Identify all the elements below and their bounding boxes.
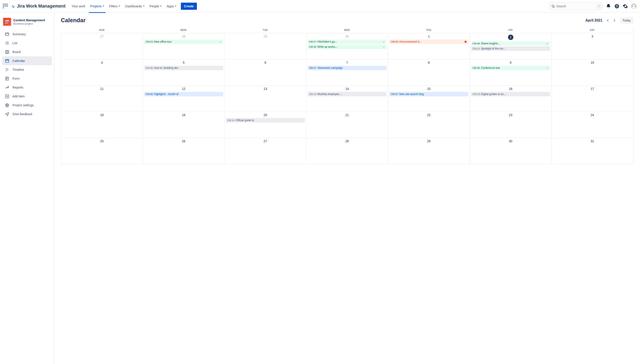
calendar-day-cell[interactable]: 27 xyxy=(225,138,306,164)
calendar-event[interactable]: CM-27#teamwork campaign xyxy=(308,66,387,70)
notifications-icon[interactable] xyxy=(606,4,611,9)
calendar-day-cell[interactable]: 29 xyxy=(225,33,306,60)
calendar-day-cell[interactable]: 6 xyxy=(225,60,306,86)
nav-link-people[interactable]: People xyxy=(147,3,164,10)
calendar-event[interactable]: CM-18Digital guides to ex... xyxy=(471,92,550,96)
calendar-event[interactable]: CM-23New office tour xyxy=(144,40,223,44)
calendar-day-cell[interactable]: 28CM-23New office tour xyxy=(143,33,225,60)
calendar-day-cell[interactable]: 29 xyxy=(388,138,470,164)
settings-icon[interactable] xyxy=(623,4,628,9)
calendar-event[interactable]: CM-48Conference tour xyxy=(471,66,550,70)
calendar-day-cell[interactable]: 15CM-57New site launch blog xyxy=(388,86,470,112)
calendar-day-cell[interactable]: 11 xyxy=(61,86,143,112)
calendar-day-number: 12 xyxy=(144,87,223,90)
event-key: CM-45 xyxy=(146,66,153,69)
calendar-day-cell[interactable]: 10 xyxy=(551,60,633,86)
calendar-day-number: 29 xyxy=(389,140,468,143)
calendar-event[interactable]: CM-27Hitchhiker's gu... xyxy=(308,40,387,44)
nav-link-projects[interactable]: Projects xyxy=(88,3,106,10)
event-title: How to: Building des xyxy=(154,66,222,70)
calendar-event[interactable]: CM-20Announcement b... xyxy=(389,40,468,44)
calendar-event[interactable]: CM-57New site launch blog xyxy=(389,92,468,96)
sidebar-item-add-item[interactable]: Add item xyxy=(2,92,52,101)
calendar-day-number: 25 xyxy=(62,140,141,143)
today-button[interactable]: Today xyxy=(620,17,633,24)
calendar-day-number: 28 xyxy=(308,140,387,143)
calendar-day-cell[interactable]: 1CM-20Announcement b... xyxy=(388,33,470,60)
sidebar-item-list[interactable]: List xyxy=(2,38,52,48)
sidebar-item-form[interactable]: Form xyxy=(2,74,52,83)
calendar-prev-button[interactable] xyxy=(605,18,610,23)
help-icon[interactable]: ? xyxy=(614,4,619,9)
calendar-day-cell[interactable]: 4 xyxy=(61,60,143,86)
svg-rect-7 xyxy=(5,22,9,22)
calendar-event[interactable]: CM-45Write up works... xyxy=(308,44,387,49)
calendar-day-cell[interactable]: 30 xyxy=(470,138,551,164)
calendar-day-cell[interactable]: 21 xyxy=(306,112,388,138)
calendar-day-cell[interactable]: 23 xyxy=(470,112,551,138)
form-icon xyxy=(5,76,9,81)
calendar-day-number: 30 xyxy=(471,140,550,143)
calendar-event[interactable]: CM-56Highlights - month of xyxy=(144,92,223,96)
calendar-day-cell[interactable]: 26 xyxy=(143,138,225,164)
calendar-day-cell[interactable]: 16CM-18Digital guides to ex... xyxy=(470,86,551,112)
search-input[interactable] xyxy=(556,4,595,8)
create-button[interactable]: Create xyxy=(181,3,197,10)
calendar-day-cell[interactable]: 3 xyxy=(551,33,633,60)
calendar-day-cell[interactable]: 17 xyxy=(551,86,633,112)
calendar-day-cell[interactable]: 12CM-56Highlights - month of xyxy=(143,86,225,112)
nav-link-label: People xyxy=(150,4,159,8)
calendar-day-number: 3 xyxy=(553,34,632,38)
event-key: CM-45 xyxy=(309,46,316,48)
calendar-day-cell[interactable]: 19 xyxy=(143,112,225,138)
sidebar-item-board[interactable]: Board xyxy=(2,48,52,56)
calendar-day-cell[interactable]: 5CM-45How to: Building des xyxy=(143,60,225,86)
event-title: #teamwork campaign xyxy=(318,66,385,70)
profile-avatar[interactable] xyxy=(631,4,636,9)
event-key: CM-20 xyxy=(391,40,398,43)
calendar-day-cell[interactable]: 18 xyxy=(61,112,143,138)
calendar-day-cell[interactable]: 13 xyxy=(225,86,306,112)
calendar-day-cell[interactable]: 31 xyxy=(551,138,633,164)
project-header[interactable]: Content Management Business project xyxy=(2,17,52,29)
sidebar-item-project-settings[interactable]: Project settings xyxy=(2,101,52,110)
search-box[interactable]: / xyxy=(549,2,603,10)
nav-link-filters[interactable]: Filters xyxy=(107,3,122,10)
svg-rect-20 xyxy=(6,60,9,62)
calendar-day-cell[interactable]: 25 xyxy=(61,138,143,164)
calendar-day-number: 27 xyxy=(62,34,141,38)
product-logo[interactable]: Jira Work Management xyxy=(11,4,66,9)
calendar-day-cell[interactable]: 27 xyxy=(61,33,143,60)
calendar-day-cell[interactable]: 7CM-27#teamwork campaign xyxy=(306,60,388,86)
calendar-day-cell[interactable]: 30CM-27Hitchhiker's gu...CM-45Write up w… xyxy=(306,33,388,60)
sidebar-item-timeline[interactable]: Timeline xyxy=(2,65,52,74)
calendar-event[interactable]: CM-45How to: Building des xyxy=(144,66,223,70)
sidebar-item-give-feedback[interactable]: Give feedback xyxy=(2,110,52,118)
calendar-day-cell[interactable]: 2CM-44Share insights...CM-23Spotlight of… xyxy=(470,33,551,60)
nav-link-apps[interactable]: Apps xyxy=(164,3,179,10)
calendar-day-cell[interactable]: 8 xyxy=(388,60,470,86)
calendar-event[interactable]: CM-23Spotlight of the mo... xyxy=(471,46,550,51)
calendar-day-cell[interactable]: 28 xyxy=(306,138,388,164)
sidebar-item-summary[interactable]: Summary xyxy=(2,30,52,38)
calendar-day-cell[interactable]: 22 xyxy=(388,112,470,138)
calendar-day-number: 27 xyxy=(226,140,305,143)
calendar-event[interactable]: CM-14Official guide to xyxy=(226,118,305,122)
sidebar-item-reports[interactable]: Reports xyxy=(2,83,52,92)
app-switcher-icon[interactable] xyxy=(3,4,8,9)
calendar-day-cell[interactable]: 20CM-14Official guide to xyxy=(225,112,306,138)
calendar-icon xyxy=(5,58,9,63)
project-icon xyxy=(3,18,11,26)
calendar-event[interactable]: CM-44Share insights... xyxy=(471,41,550,46)
calendar-event[interactable]: CM-14Monthly employee ... xyxy=(308,92,387,96)
sidebar-item-calendar[interactable]: Calendar xyxy=(2,56,52,65)
calendar-next-button[interactable] xyxy=(612,18,617,23)
calendar-day-cell[interactable]: 9CM-48Conference tour xyxy=(470,60,551,86)
calendar-day-number: 2 xyxy=(471,34,550,40)
svg-point-15 xyxy=(6,43,6,44)
nav-link-dashboards[interactable]: Dashboards xyxy=(123,3,147,10)
calendar-day-cell[interactable]: 14CM-14Monthly employee ... xyxy=(306,86,388,112)
svg-rect-6 xyxy=(5,20,9,21)
calendar-day-cell[interactable]: 24 xyxy=(551,112,633,138)
nav-link-your-work[interactable]: Your work xyxy=(70,3,88,10)
